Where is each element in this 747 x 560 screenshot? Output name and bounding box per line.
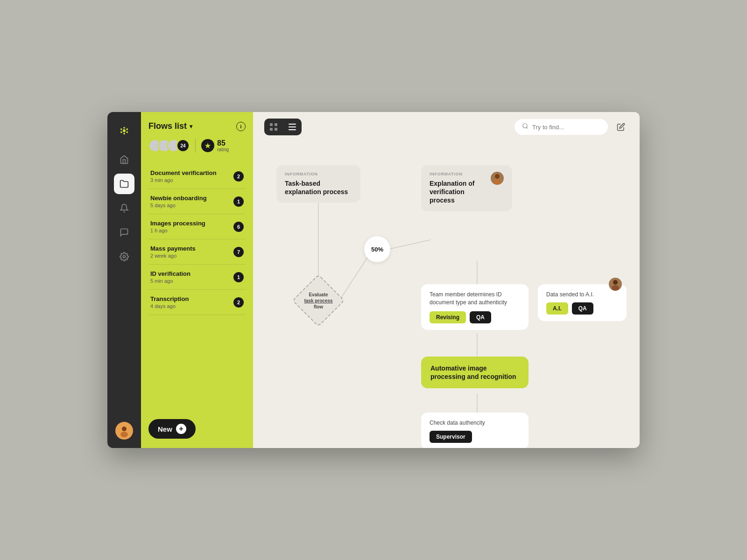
flow-name: Images processing [150, 220, 205, 227]
new-button[interactable]: New + [148, 419, 196, 439]
stats-row: 24 85 rating [148, 139, 246, 153]
flow-item-3[interactable]: Mass payments 2 week ago 7 [148, 239, 246, 265]
sidebar-header: Flows list ▾ i [148, 121, 246, 131]
flow-time: 3 min ago [150, 177, 217, 183]
flow-time: 1 h ago [150, 228, 205, 233]
view-toggles [264, 119, 302, 135]
svg-rect-14 [289, 124, 296, 125]
main-toolbar [253, 112, 640, 142]
new-button-label: New [158, 425, 172, 433]
svg-point-17 [523, 124, 527, 128]
search-box[interactable] [514, 119, 608, 135]
flow-name: Mass payments [150, 245, 196, 252]
nav-home[interactable] [114, 149, 134, 170]
search-icon [522, 123, 529, 131]
svg-rect-12 [270, 128, 273, 131]
sidebar-title[interactable]: Flows list ▾ [148, 121, 192, 131]
diamond-node: Evaluate task process flow [297, 280, 339, 322]
ai-node-buttons: A.I. QA [546, 302, 618, 315]
flow-canvas[interactable]: INFORMATION Task-based explanation proce… [253, 142, 640, 448]
rating-icon [201, 139, 214, 152]
flow-list: Document verificartion 3 min ago 2 Newbi… [148, 164, 246, 412]
supervisor-button[interactable]: Supervisor [430, 431, 472, 443]
user-avatar[interactable] [115, 422, 133, 440]
revising-button[interactable]: Revising [430, 311, 466, 323]
diamond-text: Evaluate task process flow [302, 292, 335, 310]
svg-point-7 [123, 256, 126, 258]
qa-button-2[interactable]: QA [572, 302, 593, 315]
nav-folder[interactable] [114, 174, 134, 194]
svg-point-0 [123, 129, 126, 132]
flow-item-1[interactable]: Newbie onboarding 5 days ago 1 [148, 189, 246, 214]
avatar-count: 24 [176, 139, 190, 152]
info-node-1-label: INFORMATION [285, 172, 352, 176]
check-node-buttons: Supervisor [430, 431, 520, 443]
flow-badge: 2 [233, 297, 244, 308]
flow-info: Document verificartion 3 min ago [150, 169, 217, 183]
svg-rect-10 [270, 123, 273, 126]
svg-point-6 [126, 131, 128, 133]
svg-point-8 [122, 427, 127, 431]
rating-block: 85 rating [201, 139, 229, 152]
check-node-subtitle: Check data authencity [430, 419, 520, 427]
flow-badge: 2 [233, 171, 244, 182]
dark-sidebar [107, 112, 141, 448]
flow-name: Transcription [150, 295, 189, 302]
svg-line-20 [339, 254, 370, 301]
svg-point-3 [120, 128, 122, 130]
task-node-buttons: Revising QA [430, 311, 520, 323]
svg-point-1 [123, 127, 125, 129]
nav-settings[interactable] [114, 246, 134, 267]
flow-item-5[interactable]: Transcription 4 days ago 2 [148, 290, 246, 315]
chevron-down-icon: ▾ [190, 123, 192, 130]
divider [195, 139, 196, 153]
flow-badge: 6 [233, 222, 244, 232]
edit-icon[interactable] [613, 119, 628, 134]
svg-rect-16 [289, 129, 296, 130]
new-button-plus-icon: + [176, 424, 186, 434]
info-node-2-label: INFORMATION [430, 172, 487, 176]
app-window: Flows list ▾ i 24 85 ra [107, 112, 640, 448]
percentage-value: 50% [371, 246, 383, 253]
info-node-1-title: Task-based explanation process [285, 179, 352, 196]
logo[interactable] [114, 120, 134, 141]
flow-item-4[interactable]: ID verification 5 min ago 1 [148, 265, 246, 290]
task-node: Team member determines ID document type … [421, 284, 529, 330]
list-view-button[interactable] [283, 119, 302, 135]
info-node-2: INFORMATION Explanation of verification … [421, 165, 512, 211]
rating-label: rating [217, 147, 229, 152]
flow-info: Mass payments 2 week ago [150, 245, 196, 259]
green-node: Automative image processing and recognit… [421, 357, 529, 388]
main-area: INFORMATION Task-based explanation proce… [253, 112, 640, 448]
flow-info: Images processing 1 h ago [150, 220, 205, 233]
check-node: Check data authencity Supervisor [421, 413, 529, 448]
svg-point-31 [612, 285, 619, 291]
search-input[interactable] [532, 124, 600, 131]
grid-view-button[interactable] [264, 119, 283, 135]
nav-bell[interactable] [114, 198, 134, 218]
ai-button[interactable]: A.I. [546, 302, 568, 315]
green-sidebar: Flows list ▾ i 24 85 ra [141, 112, 253, 448]
rating-number: 85 [217, 140, 229, 147]
percentage-node: 50% [364, 236, 390, 262]
flow-info: Newbie onboarding 5 days ago [150, 195, 207, 208]
toolbar-right [514, 119, 628, 135]
flow-time: 4 days ago [150, 303, 189, 309]
flow-item-2[interactable]: Images processing 1 h ago 6 [148, 214, 246, 239]
svg-line-18 [527, 127, 528, 129]
info-node-2-title: Explanation of verification process [430, 179, 487, 205]
info-node-1: INFORMATION Task-based explanation proce… [276, 165, 360, 203]
ai-node-subtitle: Data sended to A.I. [546, 291, 618, 299]
svg-rect-15 [289, 126, 296, 127]
svg-point-5 [120, 131, 122, 133]
sidebar-title-text: Flows list [148, 121, 187, 131]
svg-point-29 [493, 179, 501, 185]
qa-button-1[interactable]: QA [470, 311, 491, 323]
svg-point-4 [126, 128, 128, 130]
svg-line-21 [388, 240, 430, 249]
flow-item-0[interactable]: Document verificartion 3 min ago 2 [148, 164, 246, 189]
info-icon[interactable]: i [236, 122, 246, 131]
diamond-line3: flow [314, 304, 323, 309]
flow-badge: 1 [233, 272, 244, 282]
nav-chat[interactable] [114, 222, 134, 243]
